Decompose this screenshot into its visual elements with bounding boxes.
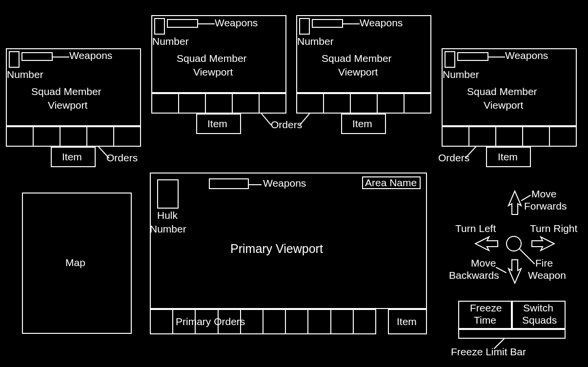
squad-4-title-l2: Viewport [484,99,523,111]
svg-line-3 [261,113,271,125]
squad-1-title-l2: Viewport [48,99,87,111]
order-slot[interactable] [351,94,378,113]
switch-l1: Switch [523,302,553,314]
primary-orders-label: Primary Orders [176,316,245,328]
order-slot[interactable] [7,127,34,146]
squad-3-item-label: Item [352,118,372,130]
squad-1-item-label: Item [62,151,82,163]
order-slot[interactable] [354,310,375,333]
squad-2-number-label: Number [152,36,189,47]
primary-weapons-box [209,178,249,189]
squad-4-number-label: Number [443,69,479,80]
squad-3-number-box [299,18,310,35]
primary-viewport[interactable] [150,173,427,309]
order-slot[interactable] [87,127,114,146]
svg-point-10 [507,236,521,251]
squad-4-orders-label: Orders [438,152,469,164]
order-slot[interactable] [114,127,140,146]
order-slot[interactable] [405,94,430,113]
order-slot[interactable] [523,127,550,146]
order-slot[interactable] [331,310,354,333]
primary-title: Primary Viewport [230,242,323,256]
squad-4-number-box [445,51,455,68]
squad-2-weapons-box [167,19,198,28]
squad-2-title-l1: Squad Member [177,53,247,64]
primary-hulk-box [157,179,179,209]
squad-1-number-label: Number [7,69,43,80]
squad-4-item-label: Item [498,151,518,163]
move-fwd-l2: Forwards [524,200,567,212]
fire-weapon-icon[interactable] [505,235,523,252]
order-slot[interactable] [34,127,61,146]
primary-item-label: Item [397,316,417,328]
primary-weapons-label: Weapons [263,177,306,189]
freeze-l2: Time [474,314,496,326]
move-back-l2: Backwards [449,270,499,281]
order-slot[interactable] [550,127,576,146]
order-slot[interactable] [151,310,173,333]
squad-1-title-l1: Squad Member [31,86,101,97]
squad-4-order-slots[interactable] [442,126,577,147]
squad-2-item-label: Item [207,118,227,130]
move-back-l1: Move [471,257,496,269]
freeze-bar-label: Freeze Limit Bar [451,346,526,358]
squad-1-weapons-label: Weapons [69,50,112,61]
squad-3-title-l1: Squad Member [322,53,392,64]
freeze-l1: Freeze [470,302,502,314]
order-slot[interactable] [260,94,285,113]
arrow-down-icon[interactable] [505,257,525,284]
switch-l2: Squads [522,314,557,326]
order-slot[interactable] [61,127,87,146]
area-name-label: Area Name [365,177,417,189]
hulk-l1: Hulk [157,210,178,221]
order-slot[interactable] [206,94,233,113]
squad-1-order-slots[interactable] [6,126,141,147]
squad-3-number-label: Number [297,36,334,47]
freeze-limit-bar [458,329,566,339]
squad-3-title-l2: Viewport [338,66,378,78]
order-slot[interactable] [152,94,179,113]
arrow-up-icon[interactable] [505,190,525,217]
order-slot[interactable] [324,94,351,113]
squad-1-number-box [9,51,20,68]
fire-l1: Fire [535,257,553,269]
squad-1-orders-label: Orders [106,152,138,164]
squad-1-weapons-box [21,52,53,61]
turn-right-label: Turn Right [530,223,577,234]
squad-2-order-slots[interactable] [151,93,286,114]
order-slot[interactable] [233,94,260,113]
squad-4-weapons-label: Weapons [505,50,548,61]
order-slot[interactable] [443,127,469,146]
fire-l2: Weapon [528,270,566,281]
squad-2-number-box [154,18,165,35]
order-slot[interactable] [297,94,324,113]
move-fwd-l1: Move [531,188,556,200]
squad-3-order-slots[interactable] [296,93,431,114]
squad-2-weapons-label: Weapons [215,17,258,29]
squad-2-title-l2: Viewport [193,66,233,78]
squad-4-title-l1: Squad Member [467,86,537,97]
arrow-right-icon[interactable] [531,234,555,253]
squad-3-weapons-box [312,19,343,28]
arrow-left-icon[interactable] [474,234,499,253]
order-slot[interactable] [308,310,331,333]
order-slot[interactable] [179,94,206,113]
order-slot[interactable] [264,310,286,333]
order-slot[interactable] [469,127,496,146]
shared-orders-label: Orders [271,119,302,131]
squad-3-weapons-label: Weapons [360,17,403,29]
order-slot[interactable] [378,94,405,113]
hulk-l2: Number [150,223,186,235]
map-label: Map [65,257,85,269]
squad-4-weapons-box [457,52,488,61]
turn-left-label: Turn Left [455,223,496,234]
order-slot[interactable] [496,127,523,146]
order-slot[interactable] [286,310,308,333]
